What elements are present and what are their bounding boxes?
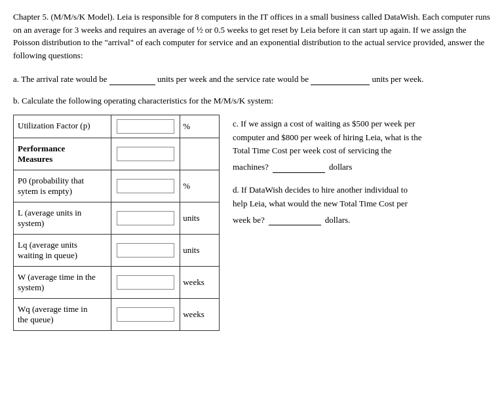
input-lq[interactable] [111,234,180,266]
w-input[interactable] [117,275,174,290]
question-d-text1: d. If DataWish decides to hire another i… [233,183,491,197]
table-row: PerformanceMeasures [14,138,220,170]
question-c-text1: c. If we assign a cost of waiting as $50… [233,117,491,131]
input-l[interactable] [111,202,180,234]
new-cost-input[interactable] [269,214,321,225]
table-row: P0 (probability thatsytem is empty) % [14,170,220,202]
question-d-text2: help Leia, what would the new Total Time… [233,197,491,211]
question-b-label: b. Calculate the following operating cha… [13,96,273,105]
input-p0[interactable] [111,170,180,202]
label-l: L (average units insystem) [14,202,111,234]
question-c-input-row: machines? dollars [233,161,491,174]
unit-lq: units [180,234,220,266]
question-c-unit: dollars [329,161,352,174]
input-w[interactable] [111,266,180,298]
input-wq[interactable] [111,298,180,330]
p0-input[interactable] [117,179,174,193]
label-wq: Wq (average time inthe queue) [14,298,111,330]
table-row: Lq (average unitswaiting in queue) units [14,234,220,266]
input-performance[interactable] [111,138,180,170]
intro-text: Chapter 5. (M/M/s/K Model). Leia is resp… [13,10,491,62]
question-d-unit: dollars. [325,214,351,227]
arrival-rate-input[interactable] [109,74,155,85]
lq-input[interactable] [117,243,174,258]
input-utilization[interactable] [111,115,180,138]
table-row: L (average units insystem) units [14,202,220,234]
right-section: c. If we assign a cost of waiting as $50… [233,115,491,237]
label-w: W (average time in thesystem) [14,266,111,298]
question-a-end: units per week. [372,74,423,84]
unit-wq: weeks [180,298,220,330]
question-a-label: a. The arrival rate would be [13,74,107,84]
question-c-machines-label: machines? [233,161,269,174]
main-layout: Utilization Factor (p) % PerformanceMeas… [13,115,491,331]
unit-w: weeks [180,266,220,298]
label-performance: PerformanceMeasures [14,138,111,170]
table-row: W (average time in thesystem) weeks [14,266,220,298]
question-c: c. If we assign a cost of waiting as $50… [233,117,491,174]
table-row: Utilization Factor (p) % [14,115,220,138]
unit-l: units [180,202,220,234]
label-p0: P0 (probability thatsytem is empty) [14,170,111,202]
question-b: b. Calculate the following operating cha… [13,94,491,108]
l-input[interactable] [117,211,174,225]
question-d-week-label: week be? [233,214,265,227]
performance-input[interactable] [117,147,174,161]
machines-cost-input[interactable] [273,162,325,173]
service-rate-input[interactable] [311,74,370,85]
table-row: Wq (average time inthe queue) weeks [14,298,220,330]
unit-utilization: % [180,115,220,138]
unit-p0: % [180,170,220,202]
question-c-text3: Total Time Cost per week cost of servici… [233,144,491,158]
question-a: a. The arrival rate would be units per w… [13,71,491,88]
question-a-middle: units per week and the service rate woul… [157,74,309,84]
wq-input[interactable] [117,307,174,322]
question-d: d. If DataWish decides to hire another i… [233,183,491,227]
label-utilization: Utilization Factor (p) [14,115,111,138]
characteristics-table: Utilization Factor (p) % PerformanceMeas… [13,115,220,331]
table-section: Utilization Factor (p) % PerformanceMeas… [13,115,220,331]
question-c-text2: computer and $800 per week of hiring Lei… [233,131,491,145]
unit-performance [180,138,220,170]
question-d-input-row: week be? dollars. [233,214,491,227]
utilization-input[interactable] [117,119,174,134]
label-lq: Lq (average unitswaiting in queue) [14,234,111,266]
